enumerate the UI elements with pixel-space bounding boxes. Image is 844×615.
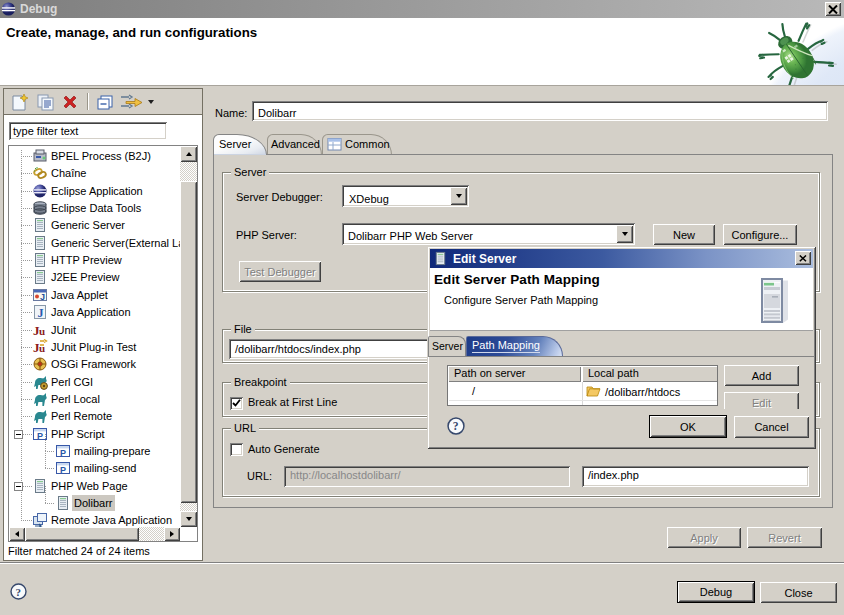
svg-text:J: J bbox=[40, 292, 45, 302]
svg-text:?: ? bbox=[16, 586, 22, 598]
svg-text:?: ? bbox=[453, 420, 459, 433]
svg-text:J: J bbox=[38, 306, 44, 320]
